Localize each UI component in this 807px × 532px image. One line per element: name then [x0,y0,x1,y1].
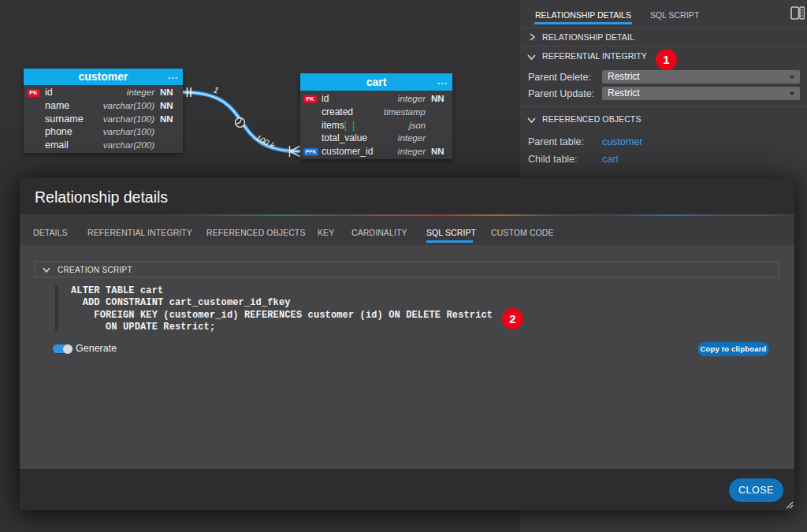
svg-text:1: 1 [212,84,219,95]
